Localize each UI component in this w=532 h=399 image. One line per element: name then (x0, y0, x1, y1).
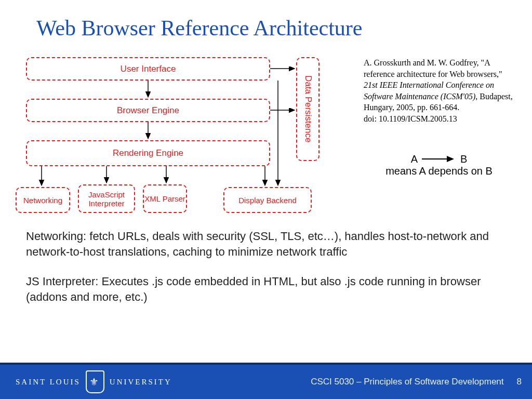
citation-text: A. Grosskurth and M. W. Godfrey, "A refe… (364, 57, 514, 125)
footer-brand: SAINT LOUIS ⚜ UNIVERSITY (0, 370, 172, 393)
slide-title: Web Browser Reference Architecture (0, 0, 532, 41)
legend: A B means A depends on B (364, 153, 514, 177)
legend-a: A (411, 153, 418, 165)
footer-course: CSCI 5030 – Principles of Software Devel… (311, 377, 532, 387)
brand-text-2: UNIVERSITY (110, 378, 172, 387)
body-text: Networking: fetch URLs, deals with secur… (26, 229, 501, 305)
citation-doi: doi: 10.1109/ICSM.2005.13 (364, 114, 457, 123)
diagram-arrows (16, 55, 353, 216)
arrow-icon (421, 155, 457, 163)
paragraph-js: JS Interpreter: Executes .js code embedd… (26, 274, 501, 304)
legend-b: B (460, 153, 467, 165)
architecture-diagram: User Interface Browser Engine Rendering … (16, 55, 353, 216)
shield-icon: ⚜ (86, 370, 104, 393)
course-name: CSCI 5030 – Principles of Software Devel… (311, 377, 503, 387)
legend-means: means A depends on B (364, 165, 514, 177)
page-number: 8 (517, 377, 522, 387)
brand-text-1: SAINT LOUIS (16, 378, 81, 387)
citation-venue: 21st IEEE International Conference on So… (364, 81, 494, 101)
paragraph-networking: Networking: fetch URLs, deals with secur… (26, 229, 501, 259)
footer: SAINT LOUIS ⚜ UNIVERSITY CSCI 5030 – Pri… (0, 363, 532, 399)
citation-authors: A. Grosskurth and M. W. Godfrey, "A refe… (364, 58, 502, 78)
